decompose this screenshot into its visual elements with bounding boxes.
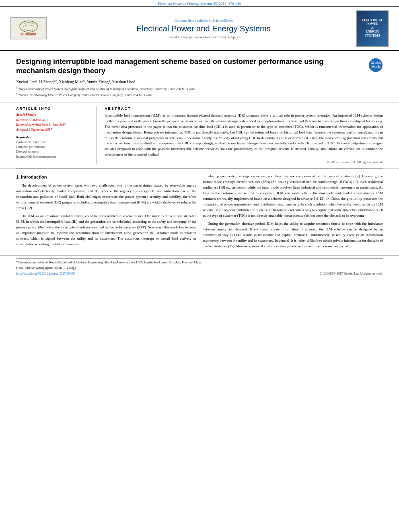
keyword-1: Customer baseline load bbox=[16, 140, 90, 145]
article-info-panel: ARTICLE INFO Article history: Received 2… bbox=[16, 107, 97, 164]
abstract-heading: ABSTRACT bbox=[105, 107, 383, 111]
abstract-panel: ABSTRACT Interruptible load management (… bbox=[105, 107, 383, 164]
keywords-list: Customer baseline load Customer performa… bbox=[16, 140, 90, 159]
keyword-2: Customer performance bbox=[16, 145, 90, 150]
journal-cover-image: ELECTRICALPOWER&ENERGYSYSTEMS bbox=[356, 10, 389, 47]
affiliation-a: a ᵃ Key Laboratory of Power System Intel… bbox=[16, 86, 383, 91]
keyword-3: Demand response bbox=[16, 150, 90, 154]
footnote-star: * Corresponding author at: Room 505, Sch… bbox=[16, 260, 383, 265]
footnote-star-text: * Corresponding author at: Room 505, Sch… bbox=[16, 261, 202, 264]
journal-header-center: Contents lists available at ScienceDirec… bbox=[51, 18, 356, 39]
keyword-4: Interruptible load management bbox=[16, 154, 90, 159]
doi-link[interactable]: http://dx.doi.org/10.1016/j.ijepes.2017.… bbox=[16, 272, 75, 275]
body-right-column: when power system emergency occurs, and … bbox=[203, 174, 383, 251]
accepted-date: Accepted 2 September 2017 bbox=[16, 127, 90, 132]
intro-para-3: when power system emergency occurs, and … bbox=[203, 174, 383, 219]
science-direct-link: Contents lists available at ScienceDirec… bbox=[55, 18, 352, 23]
footer-section: * Corresponding author at: Room 505, Sch… bbox=[0, 255, 399, 277]
footer-divider bbox=[16, 258, 383, 259]
journal-cover-section: ELECTRICALPOWER&ENERGYSYSTEMS bbox=[356, 10, 393, 47]
journal-homepage: journal homepage: www.elsevier.com/locat… bbox=[55, 35, 352, 39]
section-1-heading: 1. Introduction bbox=[16, 174, 196, 181]
abstract-text: Interruptible load management (ILM), as … bbox=[105, 113, 383, 158]
svg-text:Cross: Cross bbox=[370, 61, 381, 65]
keywords-label: Keywords: bbox=[16, 136, 90, 139]
elsevier-logo-section: ELSEVIER bbox=[6, 17, 51, 40]
section-1-heading-text: 1. Introduction bbox=[16, 175, 47, 179]
body-left-column: 1. Introduction The development of power… bbox=[16, 174, 196, 251]
article-dates: Received 27 March 2017 Received in revis… bbox=[16, 118, 90, 132]
intro-para-2: The ILM, as an important regulation mean… bbox=[16, 214, 196, 247]
footer-links-row: http://dx.doi.org/10.1016/j.ijepes.2017.… bbox=[16, 272, 383, 275]
received-date: Received 27 March 2017 bbox=[16, 118, 90, 123]
revised-date: Received in revised form 11 June 2017 bbox=[16, 123, 90, 127]
main-body-section: 1. Introduction The development of power… bbox=[0, 169, 399, 255]
elsevier-logo-image: ELSEVIER bbox=[10, 17, 47, 39]
issn-notice: 0142-0615/© 2017 Elsevier Ltd. All right… bbox=[320, 272, 383, 275]
journal-title: Electrical Power and Energy Systems bbox=[55, 24, 352, 33]
article-title-text: Designing interruptible load management … bbox=[16, 57, 364, 76]
article-info-heading: ARTICLE INFO bbox=[16, 107, 90, 111]
journal-header: ELSEVIER Contents lists available at Sci… bbox=[0, 6, 399, 51]
article-title-section: Designing interruptible load management … bbox=[0, 51, 399, 103]
crossmark-badge[interactable]: Cross Mark bbox=[368, 58, 383, 72]
authors-line: Xuehui Jiana, Li Zhanga,*, Xiaofeng Miao… bbox=[16, 79, 383, 84]
footnote-email: E-mail address: yzhangli@sdu.edu.cn (L. … bbox=[16, 266, 383, 270]
svg-text:Mark: Mark bbox=[371, 65, 380, 69]
cover-title-text: ELECTRICALPOWER&ENERGYSYSTEMS bbox=[362, 18, 383, 38]
science-direct-text[interactable]: ScienceDirect bbox=[212, 18, 232, 23]
top-bar: Electrical Power and Energy Systems 95 (… bbox=[0, 0, 399, 6]
affiliation-b: b ᵇ State Grid Shandong Electric Power C… bbox=[16, 92, 383, 97]
article-title-block: Designing interruptible load management … bbox=[16, 57, 383, 76]
svg-text:ELSEVIER: ELSEVIER bbox=[21, 33, 37, 36]
footnote-email-text: E-mail address: yzhangli@sdu.edu.cn (L. … bbox=[16, 266, 76, 270]
history-label: Article history: bbox=[16, 113, 90, 117]
journal-reference: Electrical Power and Energy Systems 95 (… bbox=[158, 2, 241, 6]
article-info-abstract-section: ARTICLE INFO Article history: Received 2… bbox=[0, 103, 399, 169]
copyright-notice: © 2017 Elsevier Ltd. All rights reserved… bbox=[105, 160, 383, 164]
intro-para-1: The development of power system faces wi… bbox=[16, 183, 196, 211]
intro-para-4: During the generation shortage period, I… bbox=[203, 221, 383, 249]
